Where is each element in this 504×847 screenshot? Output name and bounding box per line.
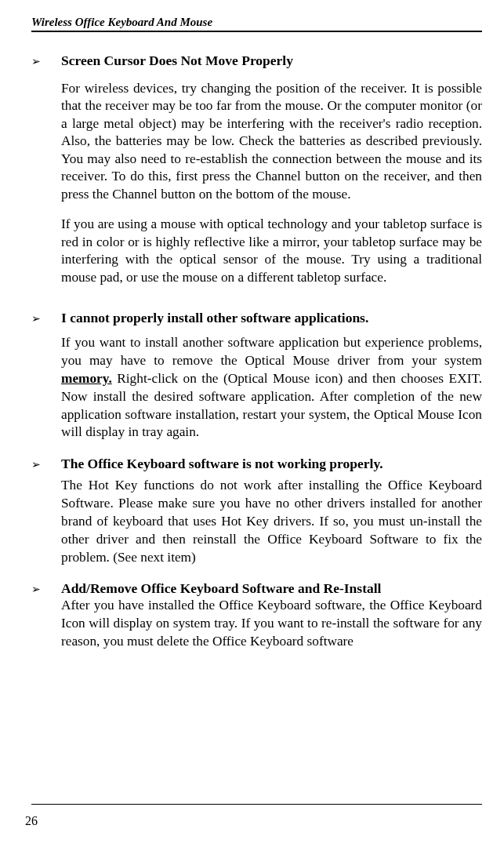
paragraph-text: For wireless devices, try changing the p… <box>61 80 482 203</box>
bullet-arrow-icon: ➢ <box>31 458 61 471</box>
heading-keyboard-software: The Office Keyboard software is not work… <box>61 456 383 472</box>
emphasized-text: memory. <box>61 371 112 386</box>
page-number: 26 <box>25 814 482 828</box>
bullet-arrow-icon: ➢ <box>31 55 61 68</box>
section-install: ➢ I cannot properly install other softwa… <box>31 310 482 442</box>
paragraph-text: If you are using a mouse with optical te… <box>61 216 482 286</box>
section-keyboard-software: ➢ The Office Keyboard software is not wo… <box>31 456 482 566</box>
section-add-remove: ➢ Add/Remove Office Keyboard Software an… <box>31 580 482 650</box>
heading-add-remove: Add/Remove Office Keyboard Software and … <box>61 580 381 597</box>
bullet-arrow-icon: ➢ <box>31 583 61 596</box>
section-cursor: ➢ Screen Cursor Does Not Move Properly F… <box>31 53 482 286</box>
text-fragment: If you want to install another software … <box>61 335 482 368</box>
heading-install: I cannot properly install other software… <box>61 310 368 326</box>
text-fragment: Right-click on the (Optical Mouse icon) … <box>61 371 482 439</box>
paragraph-text: After you have installed the Office Keyb… <box>61 597 482 650</box>
document-header: Wireless Office Keyboard And Mouse <box>31 16 482 32</box>
page-footer: 26 <box>31 804 482 828</box>
paragraph-text: If you want to install another software … <box>61 334 482 442</box>
heading-cursor: Screen Cursor Does Not Move Properly <box>61 53 293 69</box>
bullet-arrow-icon: ➢ <box>31 312 61 325</box>
paragraph-text: The Hot Key functions do not work after … <box>61 477 482 566</box>
